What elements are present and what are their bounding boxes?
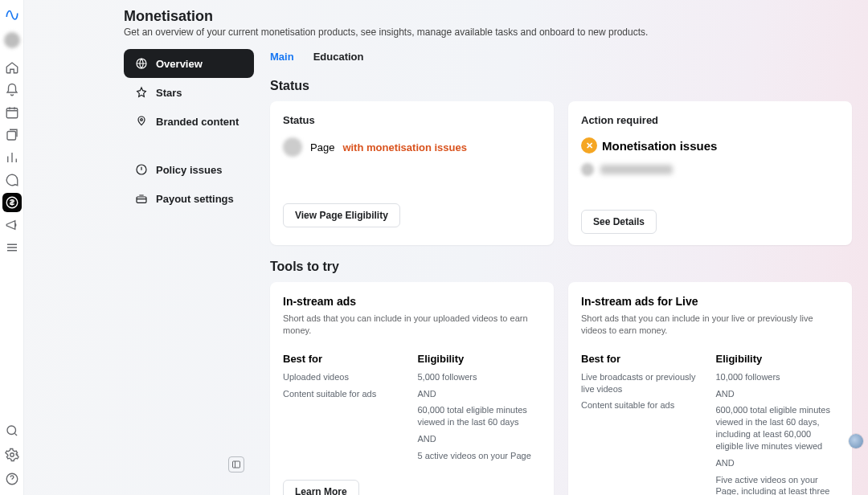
search-icon[interactable]	[2, 421, 22, 440]
warning-icon	[581, 137, 597, 153]
tool-instream-ads: In-stream ads Short ads that you can inc…	[270, 282, 554, 495]
elig-item: AND	[418, 433, 542, 445]
elig-heading: Eligibility	[418, 353, 542, 365]
svg-point-4	[10, 453, 14, 457]
tab-education[interactable]: Education	[313, 51, 364, 68]
sidenav-label: Overview	[156, 58, 203, 70]
bell-icon[interactable]	[2, 80, 22, 100]
best-item: Content suitable for ads	[283, 388, 407, 400]
svg-rect-1	[7, 132, 16, 141]
page-title: Monetisation	[124, 8, 852, 25]
status-card: Status Page with monetisation issues Vie…	[270, 101, 554, 245]
best-heading: Best for	[283, 353, 407, 365]
page-avatar	[283, 137, 302, 157]
collapse-panel-icon[interactable]	[228, 456, 244, 472]
elig-item: 5 active videos on your Page	[418, 450, 542, 462]
tool-title: In-stream ads for Live	[581, 295, 839, 308]
best-heading: Best for	[581, 353, 705, 365]
status-warning: with monetisation issues	[342, 141, 467, 153]
page-subtitle: Get an overview of your current monetisa…	[124, 27, 852, 38]
tool-desc: Short ads that you can include in your u…	[283, 313, 541, 337]
sidenav-label: Stars	[156, 87, 182, 99]
sidenav-label: Policy issues	[156, 164, 222, 176]
elig-item: AND	[716, 457, 840, 469]
issue-text: Monetisation issues	[602, 139, 717, 153]
globe-icon[interactable]	[849, 434, 863, 448]
elig-item: 5,000 followers	[418, 371, 542, 383]
monetisation-icon[interactable]	[2, 193, 22, 212]
best-item: Uploaded videos	[283, 371, 407, 383]
insights-icon[interactable]	[2, 148, 22, 167]
sidenav-label: Branded content	[156, 116, 239, 128]
tool-desc: Short ads that you can include in your l…	[581, 313, 839, 337]
view-eligibility-button[interactable]: View Page Eligibility	[283, 203, 400, 227]
elig-item: Five active videos on your Page, includi…	[716, 474, 840, 495]
svg-point-7	[141, 119, 143, 121]
gear-icon[interactable]	[2, 445, 22, 464]
best-item: Live broadcasts or previously live video…	[581, 371, 705, 395]
sidenav-branded[interactable]: Branded content	[124, 107, 254, 136]
svg-rect-10	[233, 461, 240, 468]
menu-icon[interactable]	[2, 238, 22, 257]
svg-point-3	[7, 426, 16, 435]
profile-avatar[interactable]	[4, 32, 20, 48]
elig-item: 10,000 followers	[716, 371, 840, 383]
tab-bar: Main Education	[270, 51, 852, 68]
home-icon[interactable]	[2, 58, 22, 77]
card-title: Status	[283, 114, 541, 126]
sidenav-label: Payout settings	[156, 193, 234, 205]
calendar-icon[interactable]	[2, 103, 22, 122]
card-title: Action required	[581, 114, 839, 126]
learn-more-button[interactable]: Learn More	[283, 480, 359, 495]
svg-rect-0	[6, 108, 18, 118]
sidenav-policy[interactable]: Policy issues	[124, 155, 254, 184]
svg-rect-9	[137, 197, 146, 202]
tool-title: In-stream ads	[283, 295, 541, 308]
sidenav-payout[interactable]: Payout settings	[124, 184, 254, 213]
side-nav: Overview Stars Branded content Policy is…	[124, 49, 254, 495]
elig-item: AND	[418, 388, 542, 400]
tab-main[interactable]: Main	[270, 51, 294, 68]
tool-instream-live: In-stream ads for Live Short ads that yo…	[568, 282, 852, 495]
meta-logo-icon	[2, 5, 22, 24]
content-icon[interactable]	[2, 125, 22, 145]
app-rail	[0, 0, 24, 495]
action-card: Action required Monetisation issues See …	[568, 101, 852, 245]
content-area: Main Education Status Status Page with m…	[270, 49, 852, 495]
status-section-title: Status	[270, 79, 852, 93]
inbox-icon[interactable]	[2, 170, 22, 190]
page-label: Page	[310, 141, 334, 153]
sidenav-stars[interactable]: Stars	[124, 78, 254, 107]
see-details-button[interactable]: See Details	[581, 210, 657, 234]
elig-item: 60,000 total eligible minutes viewed in …	[418, 404, 542, 428]
elig-item: AND	[716, 388, 840, 400]
best-item: Content suitable for ads	[581, 399, 705, 411]
sidenav-overview[interactable]: Overview	[124, 49, 254, 78]
elig-heading: Eligibility	[716, 353, 840, 365]
tools-section-title: Tools to try	[270, 260, 852, 274]
ads-icon[interactable]	[2, 215, 22, 235]
help-icon[interactable]	[2, 469, 22, 489]
elig-item: 600,000 total eligible minutes viewed in…	[716, 404, 840, 452]
